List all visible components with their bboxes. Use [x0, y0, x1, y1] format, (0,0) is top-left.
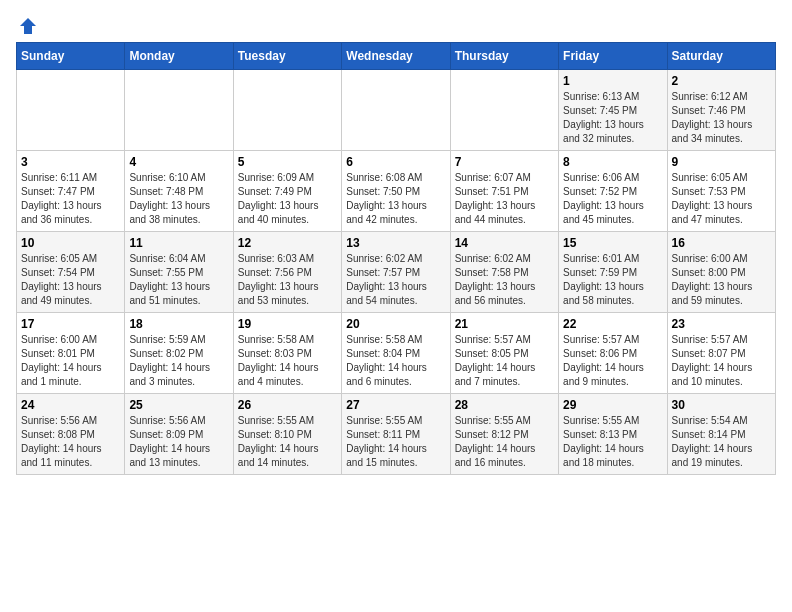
day-cell: 8Sunrise: 6:06 AM Sunset: 7:52 PM Daylig… — [559, 151, 667, 232]
day-cell: 19Sunrise: 5:58 AM Sunset: 8:03 PM Dayli… — [233, 313, 341, 394]
day-info: Sunrise: 5:56 AM Sunset: 8:08 PM Dayligh… — [21, 414, 120, 470]
day-cell — [450, 70, 558, 151]
day-info: Sunrise: 5:56 AM Sunset: 8:09 PM Dayligh… — [129, 414, 228, 470]
day-number: 6 — [346, 155, 445, 169]
day-info: Sunrise: 5:55 AM Sunset: 8:11 PM Dayligh… — [346, 414, 445, 470]
day-cell: 7Sunrise: 6:07 AM Sunset: 7:51 PM Daylig… — [450, 151, 558, 232]
day-info: Sunrise: 5:57 AM Sunset: 8:05 PM Dayligh… — [455, 333, 554, 389]
day-number: 16 — [672, 236, 771, 250]
day-number: 1 — [563, 74, 662, 88]
day-info: Sunrise: 6:02 AM Sunset: 7:58 PM Dayligh… — [455, 252, 554, 308]
day-number: 28 — [455, 398, 554, 412]
day-cell: 12Sunrise: 6:03 AM Sunset: 7:56 PM Dayli… — [233, 232, 341, 313]
week-row-2: 3Sunrise: 6:11 AM Sunset: 7:47 PM Daylig… — [17, 151, 776, 232]
day-cell: 3Sunrise: 6:11 AM Sunset: 7:47 PM Daylig… — [17, 151, 125, 232]
day-cell: 16Sunrise: 6:00 AM Sunset: 8:00 PM Dayli… — [667, 232, 775, 313]
day-cell: 22Sunrise: 5:57 AM Sunset: 8:06 PM Dayli… — [559, 313, 667, 394]
day-number: 21 — [455, 317, 554, 331]
day-info: Sunrise: 5:55 AM Sunset: 8:12 PM Dayligh… — [455, 414, 554, 470]
day-info: Sunrise: 6:03 AM Sunset: 7:56 PM Dayligh… — [238, 252, 337, 308]
day-number: 25 — [129, 398, 228, 412]
day-number: 11 — [129, 236, 228, 250]
day-number: 29 — [563, 398, 662, 412]
day-cell: 18Sunrise: 5:59 AM Sunset: 8:02 PM Dayli… — [125, 313, 233, 394]
day-number: 4 — [129, 155, 228, 169]
day-number: 17 — [21, 317, 120, 331]
day-number: 24 — [21, 398, 120, 412]
day-number: 10 — [21, 236, 120, 250]
day-cell: 9Sunrise: 6:05 AM Sunset: 7:53 PM Daylig… — [667, 151, 775, 232]
day-info: Sunrise: 5:57 AM Sunset: 8:07 PM Dayligh… — [672, 333, 771, 389]
day-cell: 27Sunrise: 5:55 AM Sunset: 8:11 PM Dayli… — [342, 394, 450, 475]
calendar-header: SundayMondayTuesdayWednesdayThursdayFrid… — [17, 43, 776, 70]
day-number: 23 — [672, 317, 771, 331]
week-row-4: 17Sunrise: 6:00 AM Sunset: 8:01 PM Dayli… — [17, 313, 776, 394]
day-info: Sunrise: 6:09 AM Sunset: 7:49 PM Dayligh… — [238, 171, 337, 227]
day-number: 18 — [129, 317, 228, 331]
day-info: Sunrise: 5:54 AM Sunset: 8:14 PM Dayligh… — [672, 414, 771, 470]
day-info: Sunrise: 5:58 AM Sunset: 8:03 PM Dayligh… — [238, 333, 337, 389]
day-number: 9 — [672, 155, 771, 169]
day-info: Sunrise: 6:10 AM Sunset: 7:48 PM Dayligh… — [129, 171, 228, 227]
day-number: 19 — [238, 317, 337, 331]
day-cell: 24Sunrise: 5:56 AM Sunset: 8:08 PM Dayli… — [17, 394, 125, 475]
day-info: Sunrise: 5:55 AM Sunset: 8:13 PM Dayligh… — [563, 414, 662, 470]
day-info: Sunrise: 6:04 AM Sunset: 7:55 PM Dayligh… — [129, 252, 228, 308]
day-info: Sunrise: 6:06 AM Sunset: 7:52 PM Dayligh… — [563, 171, 662, 227]
day-number: 14 — [455, 236, 554, 250]
day-cell: 6Sunrise: 6:08 AM Sunset: 7:50 PM Daylig… — [342, 151, 450, 232]
day-cell: 30Sunrise: 5:54 AM Sunset: 8:14 PM Dayli… — [667, 394, 775, 475]
day-number: 22 — [563, 317, 662, 331]
day-cell: 26Sunrise: 5:55 AM Sunset: 8:10 PM Dayli… — [233, 394, 341, 475]
day-number: 7 — [455, 155, 554, 169]
day-cell: 17Sunrise: 6:00 AM Sunset: 8:01 PM Dayli… — [17, 313, 125, 394]
day-cell: 5Sunrise: 6:09 AM Sunset: 7:49 PM Daylig… — [233, 151, 341, 232]
day-cell: 1Sunrise: 6:13 AM Sunset: 7:45 PM Daylig… — [559, 70, 667, 151]
day-cell: 28Sunrise: 5:55 AM Sunset: 8:12 PM Dayli… — [450, 394, 558, 475]
day-info: Sunrise: 5:57 AM Sunset: 8:06 PM Dayligh… — [563, 333, 662, 389]
day-number: 2 — [672, 74, 771, 88]
day-cell: 13Sunrise: 6:02 AM Sunset: 7:57 PM Dayli… — [342, 232, 450, 313]
day-number: 13 — [346, 236, 445, 250]
day-info: Sunrise: 6:02 AM Sunset: 7:57 PM Dayligh… — [346, 252, 445, 308]
day-info: Sunrise: 6:07 AM Sunset: 7:51 PM Dayligh… — [455, 171, 554, 227]
day-info: Sunrise: 6:05 AM Sunset: 7:53 PM Dayligh… — [672, 171, 771, 227]
page-header — [16, 16, 776, 34]
day-info: Sunrise: 5:58 AM Sunset: 8:04 PM Dayligh… — [346, 333, 445, 389]
day-info: Sunrise: 6:13 AM Sunset: 7:45 PM Dayligh… — [563, 90, 662, 146]
day-cell: 11Sunrise: 6:04 AM Sunset: 7:55 PM Dayli… — [125, 232, 233, 313]
day-number: 8 — [563, 155, 662, 169]
day-cell: 25Sunrise: 5:56 AM Sunset: 8:09 PM Dayli… — [125, 394, 233, 475]
day-cell — [125, 70, 233, 151]
day-number: 15 — [563, 236, 662, 250]
day-number: 27 — [346, 398, 445, 412]
day-info: Sunrise: 5:59 AM Sunset: 8:02 PM Dayligh… — [129, 333, 228, 389]
logo-icon — [18, 16, 38, 36]
day-info: Sunrise: 6:12 AM Sunset: 7:46 PM Dayligh… — [672, 90, 771, 146]
day-number: 26 — [238, 398, 337, 412]
day-cell: 21Sunrise: 5:57 AM Sunset: 8:05 PM Dayli… — [450, 313, 558, 394]
logo — [16, 16, 38, 34]
header-cell-tuesday: Tuesday — [233, 43, 341, 70]
day-cell: 2Sunrise: 6:12 AM Sunset: 7:46 PM Daylig… — [667, 70, 775, 151]
calendar-body: 1Sunrise: 6:13 AM Sunset: 7:45 PM Daylig… — [17, 70, 776, 475]
day-info: Sunrise: 6:00 AM Sunset: 8:01 PM Dayligh… — [21, 333, 120, 389]
day-number: 5 — [238, 155, 337, 169]
day-info: Sunrise: 6:01 AM Sunset: 7:59 PM Dayligh… — [563, 252, 662, 308]
header-cell-wednesday: Wednesday — [342, 43, 450, 70]
day-cell — [342, 70, 450, 151]
calendar-table: SundayMondayTuesdayWednesdayThursdayFrid… — [16, 42, 776, 475]
day-info: Sunrise: 6:00 AM Sunset: 8:00 PM Dayligh… — [672, 252, 771, 308]
day-info: Sunrise: 6:08 AM Sunset: 7:50 PM Dayligh… — [346, 171, 445, 227]
day-cell: 10Sunrise: 6:05 AM Sunset: 7:54 PM Dayli… — [17, 232, 125, 313]
svg-marker-0 — [20, 18, 36, 34]
day-number: 30 — [672, 398, 771, 412]
day-number: 3 — [21, 155, 120, 169]
day-cell: 23Sunrise: 5:57 AM Sunset: 8:07 PM Dayli… — [667, 313, 775, 394]
week-row-3: 10Sunrise: 6:05 AM Sunset: 7:54 PM Dayli… — [17, 232, 776, 313]
header-cell-sunday: Sunday — [17, 43, 125, 70]
day-cell — [17, 70, 125, 151]
day-cell — [233, 70, 341, 151]
day-number: 12 — [238, 236, 337, 250]
week-row-1: 1Sunrise: 6:13 AM Sunset: 7:45 PM Daylig… — [17, 70, 776, 151]
